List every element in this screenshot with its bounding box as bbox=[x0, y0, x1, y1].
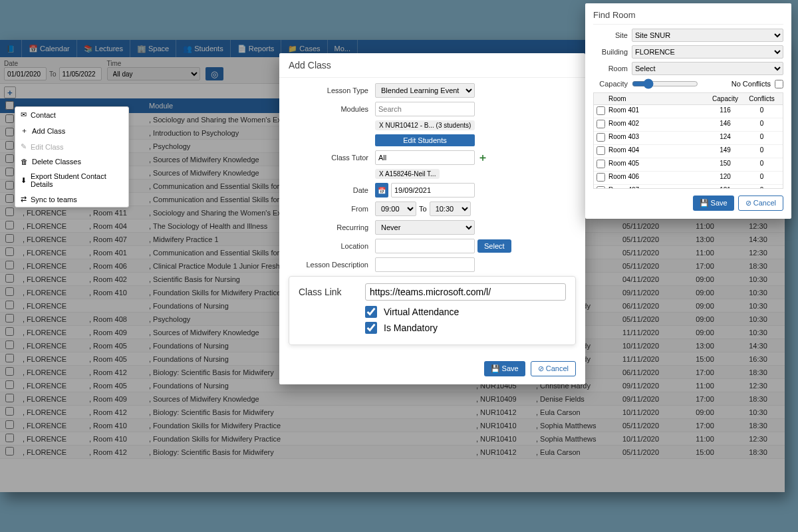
row-checkbox[interactable] bbox=[5, 354, 14, 362]
nav-logo[interactable]: 📘 bbox=[0, 40, 22, 57]
room-row-checkbox[interactable] bbox=[597, 120, 605, 128]
cell-room: , Room 407 bbox=[85, 233, 145, 246]
room-row-checkbox[interactable] bbox=[597, 186, 605, 188]
row-checkbox[interactable] bbox=[5, 434, 14, 442]
row-checkbox[interactable] bbox=[5, 420, 14, 429]
cm-delete-classes[interactable]: 🗑Delete Classes bbox=[15, 154, 128, 169]
location-select-button[interactable]: Select bbox=[477, 239, 511, 253]
room-row-checkbox[interactable] bbox=[597, 160, 605, 168]
virtual-attendance-checkbox[interactable] bbox=[365, 306, 377, 318]
room-row-checkbox[interactable] bbox=[597, 106, 605, 115]
room-capacity: 150 bbox=[707, 160, 743, 170]
module-chip[interactable]: X NUR10412 - B... (3 students) bbox=[375, 120, 475, 130]
no-conflicts-checkbox[interactable] bbox=[775, 80, 783, 88]
table-row[interactable]: , FLORENCE, Room 410, Foundation Skills … bbox=[0, 419, 785, 432]
row-checkbox[interactable] bbox=[5, 274, 14, 283]
capacity-slider[interactable] bbox=[632, 78, 698, 89]
tutor-label: Class Tutor bbox=[289, 154, 375, 162]
cell-site: , FLORENCE bbox=[19, 246, 85, 259]
room-row[interactable]: Room 4041490 bbox=[594, 145, 783, 158]
fr-save-button[interactable]: 💾 Save bbox=[693, 196, 734, 211]
room-row[interactable]: Room 4021460 bbox=[594, 118, 783, 132]
row-checkbox[interactable] bbox=[5, 247, 14, 256]
modal-cancel-button[interactable]: ⊘ Cancel bbox=[531, 361, 576, 376]
table-row[interactable]: , FLORENCE, Room 412, Biology: Scientifi… bbox=[0, 406, 785, 419]
nav-item[interactable]: 📚 Lectures bbox=[77, 40, 130, 57]
modules-search-input[interactable] bbox=[375, 102, 475, 116]
row-checkbox[interactable] bbox=[5, 207, 14, 216]
add-row-button[interactable]: + bbox=[4, 86, 16, 98]
to-time-select[interactable]: 10:30 bbox=[430, 201, 471, 216]
location-input[interactable] bbox=[375, 239, 475, 253]
lesson-type-select[interactable]: Blended Learning Event bbox=[375, 83, 475, 98]
room-conflicts: 0 bbox=[743, 160, 780, 170]
row-checkbox[interactable] bbox=[5, 128, 14, 136]
row-checkbox[interactable] bbox=[5, 168, 14, 176]
row-checkbox[interactable] bbox=[5, 394, 14, 402]
cell-site: , FLORENCE bbox=[19, 392, 85, 406]
edit-students-button[interactable]: Edit Students bbox=[375, 134, 475, 146]
tutor-input[interactable] bbox=[375, 150, 475, 165]
nav-item[interactable]: 📄 Reports bbox=[231, 40, 282, 57]
room-row[interactable]: Room 4071210 bbox=[594, 185, 783, 188]
row-checkbox[interactable] bbox=[5, 380, 14, 389]
nav-item[interactable]: 👥 Students bbox=[176, 40, 230, 57]
cm-contact[interactable]: ✉Contact bbox=[15, 107, 128, 122]
room-row[interactable]: Room 4051500 bbox=[594, 158, 783, 172]
is-mandatory-checkbox[interactable] bbox=[365, 322, 377, 334]
cell-time-from: 13:00 bbox=[678, 233, 732, 246]
row-checkbox[interactable] bbox=[5, 314, 14, 323]
fr-room-select[interactable]: Select bbox=[632, 62, 783, 75]
table-row[interactable]: , FLORENCE, Room 409, Sources of Midwife… bbox=[0, 392, 785, 406]
date-input[interactable] bbox=[391, 183, 475, 198]
cell-time-to: 10:30 bbox=[732, 406, 785, 419]
row-checkbox[interactable] bbox=[5, 407, 14, 416]
modal-save-button[interactable]: 💾 Save bbox=[484, 361, 525, 376]
cm-export[interactable]: ⬇Export Student Contact Details bbox=[15, 169, 128, 192]
row-checkbox[interactable] bbox=[5, 194, 14, 203]
recurring-select[interactable]: Never bbox=[375, 220, 475, 235]
date-from-input[interactable] bbox=[4, 67, 47, 80]
from-time-select[interactable]: 09:00 bbox=[375, 201, 416, 216]
row-checkbox[interactable] bbox=[5, 221, 14, 229]
select-all-checkbox[interactable] bbox=[5, 101, 14, 110]
row-checkbox[interactable] bbox=[5, 327, 14, 336]
fr-building-select[interactable]: FLORENCE bbox=[632, 45, 783, 59]
cell-date: 05/11/2020 bbox=[618, 219, 678, 233]
row-checkbox[interactable] bbox=[5, 367, 14, 376]
fr-site-select[interactable]: Site SNUR bbox=[632, 29, 783, 42]
row-checkbox[interactable] bbox=[5, 287, 14, 296]
row-checkbox[interactable] bbox=[5, 261, 14, 269]
date-to-input[interactable] bbox=[59, 67, 102, 80]
row-checkbox[interactable] bbox=[5, 114, 14, 123]
row-checkbox[interactable] bbox=[5, 154, 14, 163]
time-select[interactable]: All day bbox=[107, 67, 200, 80]
table-row[interactable]: , FLORENCE, Room 410, Foundation Skills … bbox=[0, 432, 785, 446]
calendar-icon[interactable]: 📅 bbox=[375, 183, 388, 198]
room-row[interactable]: Room 4061200 bbox=[594, 172, 783, 185]
desc-input[interactable] bbox=[375, 257, 475, 272]
cell-tutor: , Sophia Matthews bbox=[532, 432, 618, 446]
cell-site: , FLORENCE bbox=[19, 299, 85, 313]
row-checkbox[interactable] bbox=[5, 181, 14, 190]
tutor-chip[interactable]: X A158246-Neil T... bbox=[375, 169, 440, 179]
room-row[interactable]: Room 4031240 bbox=[594, 132, 783, 145]
class-link-input[interactable] bbox=[365, 283, 566, 301]
room-row-checkbox[interactable] bbox=[597, 173, 605, 182]
cm-sync[interactable]: ⇄Sync to teams bbox=[15, 192, 128, 207]
room-row-checkbox[interactable] bbox=[597, 133, 605, 142]
row-checkbox[interactable] bbox=[5, 340, 14, 349]
row-checkbox[interactable] bbox=[5, 301, 14, 309]
room-row-checkbox[interactable] bbox=[597, 146, 605, 155]
row-checkbox[interactable] bbox=[5, 447, 14, 456]
add-tutor-icon[interactable]: ＋ bbox=[477, 151, 488, 165]
nav-item[interactable]: 📅 Calendar bbox=[22, 40, 77, 57]
room-row[interactable]: Room 4011160 bbox=[594, 105, 783, 118]
nav-item[interactable]: 🏢 Space bbox=[130, 40, 176, 57]
row-checkbox[interactable] bbox=[5, 141, 14, 150]
search-button[interactable]: ◎ bbox=[205, 67, 223, 80]
fr-cancel-button[interactable]: ⊘ Cancel bbox=[738, 196, 783, 211]
row-checkbox[interactable] bbox=[5, 234, 14, 243]
table-row[interactable]: , FLORENCE, Room 412, Biology: Scientifi… bbox=[0, 446, 785, 459]
cm-add-class[interactable]: ＋Add Class bbox=[15, 122, 128, 139]
